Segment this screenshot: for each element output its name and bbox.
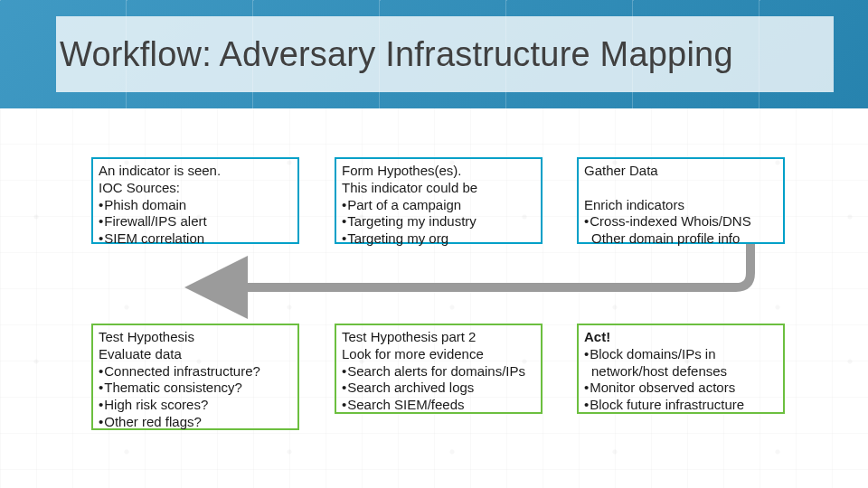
box-trail-line: Other domain profile info <box>584 230 778 248</box>
bullet: Cross-indexed Whois/DNS <box>584 213 751 229</box>
box-test-hypothesis-2: Test Hypothesis part 2 Look for more evi… <box>335 324 542 414</box>
bullet: Search alerts for domains/IPs <box>342 363 525 379</box>
box-heading: Act! <box>584 329 778 346</box>
box-heading: Gather Data <box>584 163 778 180</box>
box-spacer <box>584 180 778 197</box>
box-heading: Test Hypothesis <box>99 329 292 346</box>
box-subheading: Enrich indicators <box>584 197 778 214</box>
bullet: Part of a campaign <box>342 197 461 212</box>
box-act: Act! Block domains/IPs in network/host d… <box>577 324 785 414</box>
box-heading: An indicator is seen. <box>99 163 292 180</box>
box-subheading: Look for more evidence <box>342 346 535 363</box>
title-wrap: Workflow: Adversary Infrastructure Mappi… <box>56 16 834 92</box>
bullet: High risk scores? <box>99 397 208 412</box>
box-subheading: Evaluate data <box>99 346 292 363</box>
box-heading: Test Hypothesis part 2 <box>342 329 535 346</box>
slide: Workflow: Adversary Infrastructure Mappi… <box>0 0 868 488</box>
bullet: Search SIEM/feeds <box>342 397 465 412</box>
box-subheading: IOC Sources: <box>99 180 292 197</box>
bullet: Monitor observed actors <box>584 380 735 395</box>
box-gather-data: Gather Data Enrich indicators Cross-inde… <box>577 157 785 244</box>
bullet: Block domains/IPs in <box>584 346 716 361</box>
box-indicator-seen: An indicator is seen. IOC Sources: Phish… <box>91 157 299 244</box>
bullet: Connected infrastructure? <box>99 363 260 379</box>
bullet: Targeting my industry <box>342 213 476 229</box>
box-heading: Form Hypothes(es). <box>342 163 535 180</box>
bullet: Block future infrastructure <box>584 397 744 412</box>
box-test-hypothesis: Test Hypothesis Evaluate data Connected … <box>91 324 299 430</box>
bullet: Targeting my org <box>342 230 448 246</box>
bullet: Search archived logs <box>342 380 474 395</box>
box-form-hypotheses: Form Hypothes(es). This indicator could … <box>335 157 542 244</box>
page-title: Workflow: Adversary Infrastructure Mappi… <box>56 35 733 74</box>
bullet-continuation: network/host defenses <box>584 363 778 380</box>
box-subheading: This indicator could be <box>342 180 535 197</box>
bullet: Phish domain <box>99 197 186 212</box>
bullet: SIEM correlation <box>99 230 204 246</box>
bullet: Other red flags? <box>99 414 202 429</box>
bullet: Firewall/IPS alert <box>99 213 207 229</box>
bullet: Thematic consistency? <box>99 380 242 395</box>
